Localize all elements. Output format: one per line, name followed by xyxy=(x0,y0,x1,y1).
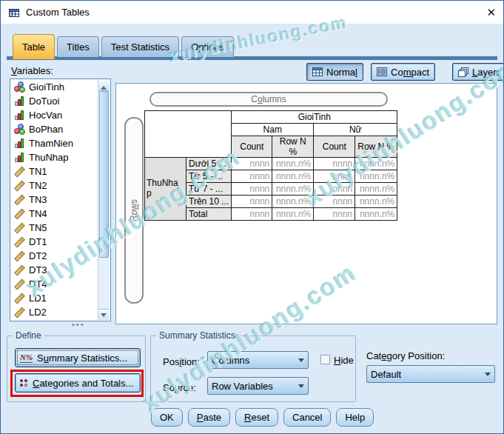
scroll-up-icon[interactable] xyxy=(98,80,110,91)
normal-view-button[interactable]: Normal xyxy=(306,63,363,81)
rows-dropzone-label: Rows xyxy=(129,199,139,221)
tab-options[interactable]: Options xyxy=(181,36,234,57)
category-position-label: Category Position: xyxy=(366,350,445,361)
percent-cell: nnnn.n% xyxy=(272,196,314,208)
source-dropdown[interactable]: Row Variables xyxy=(207,377,309,395)
variable-item[interactable]: DoTuoi xyxy=(11,94,98,108)
scale-measure-icon xyxy=(14,194,25,205)
hide-label: Hide xyxy=(334,355,354,366)
variable-item[interactable]: GioiTinh xyxy=(11,80,98,94)
splitter-handle[interactable]: ••• xyxy=(72,322,85,327)
row-category-cell: Trên 10 ... xyxy=(187,196,232,208)
percent-cell: nnnn.n% xyxy=(355,196,397,208)
variable-item[interactable]: DT2 xyxy=(11,249,98,263)
percent-cell: nnnn.n% xyxy=(355,170,397,183)
count-cell: nnnn xyxy=(232,196,272,208)
summary-statistics-group: Summary Statistics Position: Columns Hid… xyxy=(150,335,356,402)
variable-item[interactable]: DT4 xyxy=(11,277,98,291)
rows-dropzone[interactable]: Rows xyxy=(124,117,144,304)
variable-item[interactable]: TN1 xyxy=(11,164,98,178)
stat-header-cell: Row N % xyxy=(355,136,397,158)
scroll-down-icon[interactable] xyxy=(98,309,110,320)
variable-item[interactable]: DT3 xyxy=(11,263,98,277)
custom-tables-dialog: Custom Tables ✕ TableTitlesTest Statisti… xyxy=(0,0,504,434)
preview-table[interactable]: GioiTinhNamNữCountRow N %CountRow N %Thu… xyxy=(144,110,397,221)
categories-and-totals-button[interactable]: Categories and Totals... xyxy=(15,373,141,393)
variable-name: DT3 xyxy=(29,264,47,276)
hide-checkbox[interactable] xyxy=(320,355,330,364)
tab-titles[interactable]: Titles xyxy=(57,36,99,57)
percent-cell: nnnn.n% xyxy=(355,158,397,170)
scrollbar-thumb[interactable] xyxy=(99,91,109,258)
variable-item[interactable]: ThuNhap xyxy=(11,150,98,164)
window-title: Custom Tables xyxy=(26,7,90,18)
variable-name: DT2 xyxy=(29,250,47,261)
nominal-measure-icon xyxy=(14,81,25,93)
row-category-cell: Từ 7 - ... xyxy=(187,183,232,196)
define-group-title: Define xyxy=(13,330,44,341)
category-position-dropdown[interactable]: Default xyxy=(366,365,495,383)
corner-cell xyxy=(145,111,232,158)
categories-and-totals-button-label: Categories and Totals... xyxy=(33,378,133,389)
variables-scrollbar[interactable] xyxy=(98,80,110,320)
columns-dropzone[interactable]: Columns xyxy=(149,92,388,107)
percent-cell: nnnn.n% xyxy=(272,170,314,183)
tab-bar: TableTitlesTest StatisticsOptions xyxy=(13,36,234,59)
variable-item[interactable]: TN4 xyxy=(11,207,98,221)
tab-table[interactable]: Table xyxy=(13,34,55,59)
variable-item[interactable]: LD1 xyxy=(11,291,98,305)
compact-view-button[interactable]: Compact xyxy=(371,63,435,81)
variable-item[interactable]: LD2 xyxy=(11,305,98,319)
position-value: Columns xyxy=(212,355,249,366)
row-category-cell: Total xyxy=(187,208,232,221)
stat-header-cell: Row N % xyxy=(272,136,314,158)
table-preview-canvas[interactable]: Columns Rows GioiTinhNamNữCountRow N %Co… xyxy=(115,83,497,324)
summary-statistics-button[interactable]: N% Summary Statistics... xyxy=(15,348,141,367)
variable-name: TN5 xyxy=(29,222,47,233)
preview-table-row: ThuNhapDưới 5 ...nnnnnnnn.n%nnnnnnnn.n% xyxy=(145,158,397,170)
variable-name: LD1 xyxy=(29,293,47,304)
layers-button-label: Layers xyxy=(472,67,501,78)
position-dropdown[interactable]: Columns xyxy=(207,351,309,369)
chevron-down-icon xyxy=(485,373,491,379)
variable-item[interactable]: HocVan xyxy=(11,108,98,122)
variable-item[interactable]: DT1 xyxy=(11,235,98,249)
column-category-cell: Nữ xyxy=(314,124,397,136)
ordinal-measure-icon xyxy=(14,138,25,149)
variable-name: ThamNien xyxy=(29,138,73,149)
table-grid-icon xyxy=(312,67,323,76)
scale-measure-icon xyxy=(14,180,25,191)
layers-view-button[interactable]: Layers xyxy=(452,63,504,81)
variable-name: DT4 xyxy=(29,278,47,290)
percent-cell: nnnn.n% xyxy=(355,208,397,221)
variable-item[interactable]: BoPhan xyxy=(11,122,98,136)
percent-cell: nnnn.n% xyxy=(272,208,314,221)
cancel-button[interactable]: Cancel xyxy=(283,408,331,427)
row-dimension-cell: ThuNhap xyxy=(145,158,187,221)
ok-button[interactable]: OK xyxy=(151,408,183,427)
preview-table-body: GioiTinhNamNữCountRow N %CountRow N %Thu… xyxy=(145,111,397,221)
scale-measure-icon xyxy=(14,166,25,177)
stacked-sheets-icon xyxy=(458,67,468,77)
paste-button[interactable]: Paste xyxy=(188,408,230,427)
position-label: Position: xyxy=(163,356,200,367)
variables-list[interactable]: GioiTinhDoTuoiHocVanBoPhanThamNienThuNha… xyxy=(10,79,111,321)
count-cell: nnnn xyxy=(232,170,272,183)
count-cell: nnnn xyxy=(314,170,355,183)
count-cell: nnnn xyxy=(314,196,355,208)
close-icon[interactable]: ✕ xyxy=(486,7,496,18)
variable-item[interactable]: TN3 xyxy=(11,193,98,207)
ordinal-measure-icon xyxy=(14,96,25,107)
scale-measure-icon xyxy=(14,307,25,318)
reset-button[interactable]: Reset xyxy=(235,408,278,427)
variable-item[interactable]: TN5 xyxy=(11,221,98,235)
help-button[interactable]: Help xyxy=(336,408,374,427)
variable-item[interactable]: ThamNien xyxy=(11,136,98,150)
scale-measure-icon xyxy=(14,222,25,233)
categories-icon xyxy=(20,379,28,387)
tab-test-statistics[interactable]: Test Statistics xyxy=(101,36,179,57)
variable-item[interactable]: TN2 xyxy=(11,178,98,193)
scale-measure-icon xyxy=(14,208,25,219)
variable-name: LD2 xyxy=(29,307,47,318)
row-category-cell: Từ 5 - ... xyxy=(187,170,232,183)
